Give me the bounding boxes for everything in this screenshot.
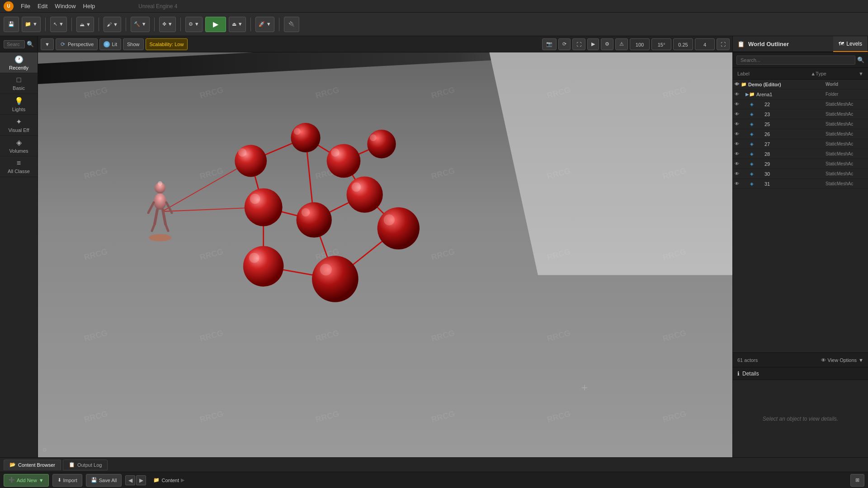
menu-window[interactable]: Window <box>55 3 75 9</box>
play-button[interactable]: ▶ <box>205 17 226 32</box>
landscape-mode-button[interactable]: ⛰ ▼ <box>76 17 94 32</box>
angle-value[interactable]: 15° <box>651 38 671 50</box>
row-type-26: StaticMeshAc <box>826 131 866 136</box>
sidebar-item-all-classes[interactable]: ≡ All Classe <box>0 156 38 177</box>
sort-icon: ▲ <box>811 71 816 76</box>
outliner-row-29[interactable]: 👁 ◈ 29 StaticMeshAc <box>733 159 868 169</box>
viewport-3d[interactable]: RRCGRRCGRRCGRRCGRRCGRRCG RRCGRRCGRRCGRRC… <box>38 52 732 457</box>
plugins-button[interactable]: 🔌 <box>284 17 299 32</box>
search-icon: 🔍 <box>27 41 34 47</box>
sidebar-item-basic[interactable]: □ Basic <box>0 73 38 94</box>
save-all-button[interactable]: 💾 Save All <box>86 474 122 487</box>
show-button[interactable]: Show <box>123 38 144 50</box>
menu-help[interactable]: Help <box>83 3 95 9</box>
launch-options-button[interactable]: 🚀 ▼ <box>255 17 274 32</box>
content-browser-icon: 📂 <box>9 462 16 468</box>
row-label-25: 25 <box>764 122 826 127</box>
output-log-label: Output Log <box>77 462 102 468</box>
chevron-down-icon: ▼ <box>859 357 863 363</box>
mesh-icon-25: ◈ <box>750 122 754 127</box>
visibility-icon-arena1[interactable]: 👁 <box>735 92 739 97</box>
outliner-row-demo[interactable]: 👁 📁 Demo (Editor) World <box>733 80 868 89</box>
nav-back-button[interactable]: ◀ <box>125 475 135 485</box>
grid-snap-btn[interactable]: ⟳ <box>558 38 571 50</box>
tab-output-log[interactable]: 📋 Output Log <box>63 460 108 470</box>
toolbar-separator-5 <box>154 18 155 31</box>
bottom-content-area: ➕ Add New ▼ ⬇ Import 💾 Save All ◀ ▶ 📁 Co… <box>0 472 868 488</box>
outliner-row-26[interactable]: 👁 ◈ 26 StaticMeshAc <box>733 129 868 139</box>
visibility-icon-30[interactable]: 👁 <box>735 171 739 176</box>
menu-edit[interactable]: Edit <box>38 3 47 9</box>
save-all-label: Save All <box>99 478 117 483</box>
folder-icon-demo: 📁 <box>741 82 746 87</box>
resolution-value[interactable]: 100 <box>630 38 650 50</box>
select-mode-button[interactable]: ↖ ▼ <box>50 17 67 32</box>
visibility-icon-22[interactable]: 👁 <box>735 102 739 107</box>
view-options-button[interactable]: 👁 View Options ▼ <box>821 357 864 363</box>
col-type-header[interactable]: Type <box>816 71 859 76</box>
outliner-row-30[interactable]: 👁 ◈ 30 StaticMeshAc <box>733 169 868 179</box>
sidebar-item-volumes[interactable]: ◈ Volumes <box>0 136 38 156</box>
build-button[interactable]: 🔨 ▼ <box>131 17 150 32</box>
save-button[interactable]: 💾 <box>4 17 19 32</box>
sidebar-label-all-classes: All Classe <box>8 169 30 174</box>
visibility-icon-25[interactable]: 👁 <box>735 122 739 127</box>
svg-point-16 <box>291 123 320 152</box>
breadcrumb: 📁 Content ▶ <box>153 477 184 483</box>
svg-point-31 <box>352 183 361 192</box>
realtime-btn[interactable]: ▶ <box>587 38 599 50</box>
outliner-row-arena1[interactable]: 👁 ▶📁 Arena1 Folder <box>733 89 868 99</box>
visibility-icon-26[interactable]: 👁 <box>735 131 739 136</box>
visibility-icon-31[interactable]: 👁 <box>735 181 739 186</box>
visibility-icon-29[interactable]: 👁 <box>735 161 739 166</box>
viewport-area[interactable]: ▼ ⟳ Perspective Lit Show Scalability: Lo… <box>38 36 732 457</box>
tab-content-browser[interactable]: 📂 Content Browser <box>4 460 61 470</box>
nav-forward-button[interactable]: ▶ <box>136 475 146 485</box>
visibility-icon-demo[interactable]: 👁 <box>735 82 739 87</box>
scene-wall-right <box>489 52 732 275</box>
visibility-icon-27[interactable]: 👁 <box>735 141 739 146</box>
menu-file[interactable]: File <box>21 3 30 9</box>
viewport-settings-btn2[interactable]: ⚙ <box>601 38 613 50</box>
outliner-row-22[interactable]: 👁 ◈ 22 StaticMeshAc <box>733 99 868 109</box>
mesh-paint-button[interactable]: 🖌 ▼ <box>104 17 121 32</box>
camera-speed-value[interactable]: 4 <box>695 38 715 50</box>
breadcrumb-content[interactable]: Content <box>161 478 179 483</box>
lit-button[interactable]: Lit <box>99 38 121 50</box>
maximize-btn[interactable]: ⛶ <box>572 38 585 50</box>
camera-settings-btn[interactable]: 📷 <box>542 38 557 50</box>
scale-value[interactable]: 0.25 <box>673 38 693 50</box>
outliner-row-25[interactable]: 👁 ◈ 25 StaticMeshAc <box>733 119 868 129</box>
svg-point-21 <box>347 177 383 213</box>
outliner-row-28[interactable]: 👁 ◈ 28 StaticMeshAc <box>733 149 868 159</box>
perspective-button[interactable]: ⟳ Perspective <box>56 38 98 50</box>
tab-levels[interactable]: 🗺 Levels <box>833 36 868 52</box>
visibility-icon-28[interactable]: 👁 <box>735 151 739 156</box>
sidebar-search-input[interactable] <box>4 40 25 48</box>
sidebar-item-visual-eff[interactable]: ✦ Visual Eff <box>0 115 38 136</box>
import-button[interactable]: ⬇ Import <box>52 474 82 487</box>
sidebar-item-lights[interactable]: 💡 Lights <box>0 94 38 115</box>
fullscreen-btn[interactable]: ⛶ <box>717 38 730 50</box>
outliner-row-23[interactable]: 👁 ◈ 23 StaticMeshAc <box>733 109 868 119</box>
viewport-options-button[interactable]: ▼ <box>41 38 54 50</box>
move-button[interactable]: ✥ ▼ <box>159 17 176 32</box>
content-drawer-button[interactable]: 📁 ▼ <box>22 17 41 32</box>
outliner-search-icon[interactable]: 🔍 <box>857 56 864 63</box>
outliner-search-input[interactable] <box>736 56 855 65</box>
view-type-button[interactable]: ⊞ <box>850 474 864 487</box>
visibility-icon-23[interactable]: 👁 <box>735 112 739 117</box>
outliner-row-27[interactable]: 👁 ◈ 27 StaticMeshAc <box>733 139 868 149</box>
add-new-button[interactable]: ➕ Add New ▼ <box>4 474 49 487</box>
outliner-row-31[interactable]: 👁 ◈ 31 StaticMeshAc <box>733 179 868 189</box>
row-type-arena1: Folder <box>826 92 866 97</box>
svg-point-18 <box>367 130 396 158</box>
row-label-demo: Demo (Editor) <box>748 82 826 87</box>
eject-button[interactable]: ⏏ ▼ <box>229 17 246 32</box>
sidebar-item-recently[interactable]: 🕐 Recently <box>0 52 38 73</box>
scalability-button[interactable]: Scalability: Low <box>146 38 188 50</box>
warning-btn[interactable]: ⚠ <box>615 38 628 50</box>
col-label-header[interactable]: Label <box>737 71 811 76</box>
add-new-icon: ➕ <box>9 477 15 483</box>
play-settings-button[interactable]: ⚙ ▼ <box>185 17 203 32</box>
